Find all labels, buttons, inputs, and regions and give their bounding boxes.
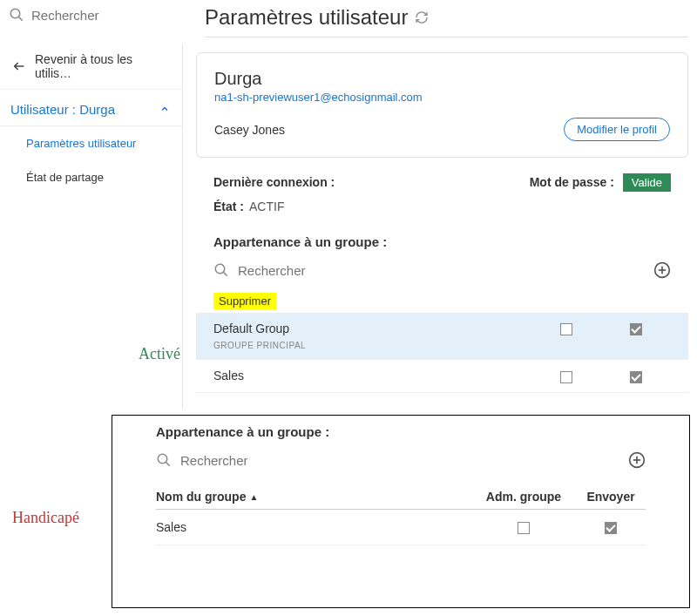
profile-name: Durga [214, 69, 670, 89]
sidebar-item-label: État de partage [26, 171, 104, 184]
sidebar-user-header[interactable]: Utilisateur : Durga [0, 90, 182, 126]
sidebar-item-user-settings[interactable]: Paramètres utilisateur [0, 126, 182, 160]
page-title-container: Paramètres utilisateur [205, 5, 429, 30]
last-login-label: Dernière connexion : [213, 175, 335, 189]
password-label: Mot de passe : [530, 175, 614, 189]
overlay-panel: Appartenance à un groupe : Nom du groupe… [112, 415, 690, 608]
sidebar-user-header-label: Utilisateur : Durga [10, 102, 115, 117]
group-row-sales[interactable]: Sales [196, 360, 688, 392]
disabled-annotation: Handicapé [12, 509, 79, 527]
group-search-input[interactable] [238, 263, 653, 278]
status-label: État : [213, 200, 244, 213]
overlay-col-send-header[interactable]: Envoyer [576, 490, 646, 504]
page-title: Paramètres utilisateur [205, 5, 408, 30]
profile-email[interactable]: na1-sh-previewuser1@echosignmail.com [214, 91, 670, 104]
group-row-default[interactable]: Default Group GROUPE PRINCIPAL [196, 313, 688, 360]
sidebar-back-label: Revenir à tous les utilis… [35, 52, 170, 80]
group-row-name: Default Group [213, 322, 531, 335]
main-content: Durga na1-sh-previewuser1@echosignmail.c… [196, 52, 688, 393]
group-admin-checkbox[interactable] [560, 371, 572, 383]
overlay-row-sales[interactable]: Sales [156, 510, 646, 545]
group-search [196, 256, 688, 284]
overlay-send-checkbox[interactable] [605, 522, 617, 534]
meta-row-status: État : ACTIF [196, 194, 688, 219]
status-value: ACTIF [249, 200, 284, 213]
overlay-table-header: Nom du groupe ▲ Adm. groupe Envoyer [156, 484, 646, 510]
group-row-subtitle: GROUPE PRINCIPAL [213, 341, 671, 350]
overlay-col-admin-header[interactable]: Adm. groupe [471, 490, 576, 504]
overlay-search-input[interactable] [180, 453, 628, 468]
meta-row-login-password: Dernière connexion : Mot de passe : Vali… [196, 170, 688, 194]
profile-company: Casey Jones [214, 123, 285, 137]
group-row-name: Sales [213, 369, 531, 382]
global-search[interactable] [9, 7, 183, 23]
svg-point-3 [215, 264, 225, 274]
overlay-search [156, 451, 646, 469]
global-search-input[interactable] [31, 8, 197, 23]
add-group-icon[interactable] [653, 261, 671, 279]
svg-line-4 [224, 273, 227, 276]
overlay-col-name-header[interactable]: Nom du groupe ▲ [156, 490, 471, 504]
overlay-row-name: Sales [156, 520, 471, 534]
enabled-annotation: Activé [139, 345, 180, 363]
search-icon [156, 452, 172, 468]
chevron-up-icon [159, 103, 170, 117]
group-admin-checkbox[interactable] [560, 323, 572, 335]
edit-profile-button[interactable]: Modifier le profil [564, 118, 670, 141]
overlay-col-name-label: Nom du groupe [156, 490, 246, 504]
group-section-title: Appartenance à un groupe : [196, 219, 688, 256]
password-badge: Valide [623, 173, 671, 192]
svg-point-8 [158, 454, 167, 464]
search-icon [213, 262, 229, 278]
add-group-icon[interactable] [628, 451, 646, 469]
refresh-icon[interactable] [415, 10, 429, 24]
delete-action[interactable]: Supprimer [213, 293, 276, 309]
svg-line-9 [166, 463, 170, 466]
svg-line-1 [19, 17, 23, 21]
group-send-checkbox[interactable] [630, 371, 642, 383]
sidebar-item-share-status[interactable]: État de partage [0, 160, 182, 194]
sort-asc-icon: ▲ [249, 492, 258, 502]
arrow-left-icon [12, 59, 26, 73]
svg-point-0 [10, 9, 20, 18]
header-divider [205, 37, 688, 37]
profile-card: Durga na1-sh-previewuser1@echosignmail.c… [196, 52, 688, 158]
sidebar-back-link[interactable]: Revenir à tous les utilis… [0, 44, 182, 90]
overlay-admin-checkbox[interactable] [518, 522, 530, 534]
group-send-checkbox[interactable] [630, 323, 642, 335]
search-icon [9, 7, 24, 23]
overlay-title: Appartenance à un groupe : [156, 424, 646, 439]
sidebar-item-label: Paramètres utilisateur [26, 137, 136, 150]
